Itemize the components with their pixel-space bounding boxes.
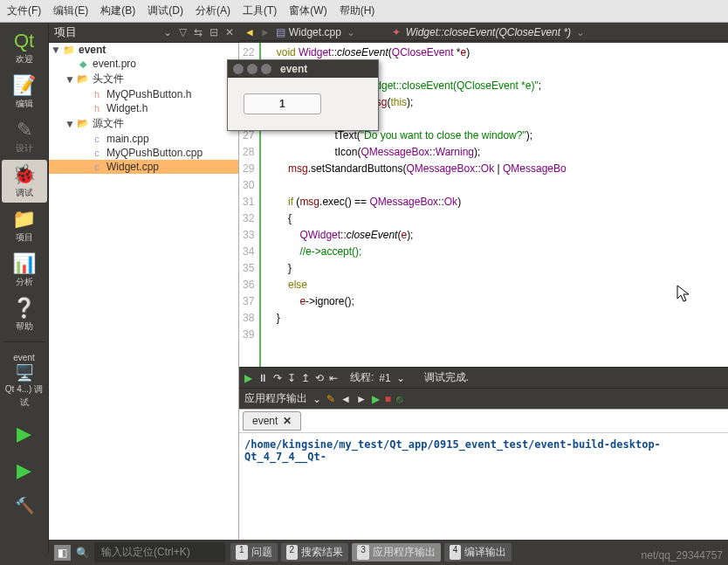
step-into-icon[interactable]: ↧ [287,372,296,384]
locator-input[interactable]: 输入以定位(Ctrl+K) [94,542,225,562]
tree-item[interactable]: ▼📂源文件 [49,115,238,132]
tree-label: MyQPushButton.cpp [106,147,203,159]
tree-label: Widget.h [106,102,148,114]
mode-sidebar: Qt欢迎 📝编辑 ✎设计 🐞调试 📁项目 📊分析 ❔帮助 event🖥️Qt 4… [0,23,49,553]
nav-back-icon[interactable]: ◄ [244,26,255,38]
issues-pane-button[interactable]: 1问题 [230,543,278,562]
tree-label: 头文件 [93,72,124,86]
close-panel-icon[interactable]: ✕ [225,26,234,38]
run-output-icon[interactable]: ▶ [372,393,380,405]
link-icon[interactable]: ⇆ [194,26,203,38]
close-window-icon[interactable] [233,64,244,74]
menu-tools[interactable]: 工具(T) [239,2,280,20]
mode-design[interactable]: ✎设计 [2,115,47,158]
file-type-icon: c [91,162,103,172]
debug-run-button[interactable]: ▶ [2,456,47,486]
play-icon: ▶ [17,423,31,444]
thread-value[interactable]: #1 [379,372,390,384]
mode-project[interactable]: 📁项目 [2,204,47,247]
mode-help[interactable]: ❔帮助 [2,293,47,336]
breadcrumb-file[interactable]: ▤Widget.cpp [276,26,341,38]
play-debug-icon: ▶ [17,459,31,481]
output-title: 应用程序输出 [244,391,307,406]
tree-label: event [79,44,106,56]
issues-pane-button[interactable]: 2搜索结果 [281,543,349,562]
project-panel-title: 项目 [54,24,156,40]
issues-pane-button[interactable]: 4编译输出 [444,543,512,562]
build-button[interactable]: 🔨 [2,493,47,519]
tree-label: event.pro [93,58,136,70]
tree-label: 源文件 [93,116,124,131]
tree-arrow-icon: ▼ [51,44,59,56]
nav-fwd-icon[interactable]: ► [260,26,271,38]
pause-icon[interactable]: ⏸ [258,372,268,384]
file-type-icon: c [91,148,103,158]
menu-analyze[interactable]: 分析(A) [192,2,234,20]
window-titlebar[interactable]: event [228,60,378,78]
menu-bar: 文件(F) 编辑(E) 构建(B) 调试(D) 分析(A) 工具(T) 窗体(W… [0,0,728,23]
tree-item[interactable]: cmain.cpp [49,132,238,146]
running-app-window[interactable]: event 1 [227,59,379,131]
output-tab-event[interactable]: event ✕ [243,411,301,431]
continue-icon[interactable]: ▶ [244,372,252,384]
mode-edit[interactable]: 📝编辑 [2,71,47,114]
button-1[interactable]: 1 [244,93,321,114]
hammer-icon: 🔨 [15,497,34,514]
tree-item[interactable]: ▼📁event [49,43,238,57]
split-icon[interactable]: ⊟ [209,26,218,38]
window-title: event [280,63,307,75]
menu-help[interactable]: 帮助(H) [336,2,379,20]
menu-window[interactable]: 窗体(W) [285,2,330,20]
mouse-cursor-icon [676,285,692,304]
target-selector[interactable]: event🖥️Qt 4...) 调试 [2,348,47,412]
chevron-down-icon[interactable]: ⌄ [396,372,405,384]
toggle-sidebar-icon[interactable]: ◧ [54,545,71,561]
file-icon: ▤ [276,26,285,38]
issues-pane-button[interactable]: 3应用程序输出 [352,543,441,562]
filter-icon[interactable]: ▽ [179,26,187,38]
tree-item[interactable]: hWidget.h [49,101,238,115]
run-button[interactable]: ▶ [2,419,47,449]
menu-file[interactable]: 文件(F) [3,2,45,20]
project-icon: 📁 [2,208,47,231]
debug-status: 调试完成. [424,370,469,385]
next-icon[interactable]: ► [356,393,367,405]
mode-debug[interactable]: 🐞调试 [2,160,47,203]
debug-toolbar: ▶ ⏸ ↷ ↧ ↥ ⟲ ⇤ 线程: #1 ⌄ 调试完成. [239,367,728,388]
chevron-down-icon[interactable]: ⌄ [312,393,321,405]
file-type-icon: 📂 [77,73,89,85]
attach-icon[interactable]: ⎋ [396,393,402,405]
chevron-down-icon: ⌄ [347,26,355,38]
mode-welcome[interactable]: Qt欢迎 [2,26,47,69]
project-tree[interactable]: ▼📁event◆event.pro▼📂头文件hMyQPushButton.hhW… [49,43,239,553]
tree-item[interactable]: ◆event.pro [49,57,238,71]
tree-label: Widget.cpp [106,161,159,173]
restart-icon[interactable]: ⟲ [315,372,324,384]
menu-debug[interactable]: 调试(D) [144,2,187,20]
file-type-icon: h [91,89,103,100]
prev-icon[interactable]: ◄ [340,393,351,405]
tree-item[interactable]: hMyQPushButton.h [49,87,238,101]
back-icon[interactable]: ⇤ [329,372,338,384]
clear-icon[interactable]: ✎ [326,393,335,405]
step-out-icon[interactable]: ↥ [301,372,310,384]
stop-icon[interactable]: ■ [385,393,391,405]
chevron-down-icon[interactable]: ⌄ [163,26,172,38]
minimize-window-icon[interactable] [247,64,258,74]
watermark: net/qq_29344757 [642,549,723,562]
tree-item[interactable]: cMyQPushButton.cpp [49,146,238,160]
close-icon[interactable]: ✕ [283,415,292,427]
menu-build[interactable]: 构建(B) [97,2,139,20]
file-type-icon: 📂 [77,118,89,129]
tree-item[interactable]: ▼📂头文件 [49,71,238,87]
step-over-icon[interactable]: ↷ [273,372,282,384]
tree-item[interactable]: cWidget.cpp [49,160,238,174]
file-type-icon: 📁 [63,45,75,56]
help-icon: ❔ [2,297,47,320]
mode-analyze[interactable]: 📊分析 [2,249,47,292]
maximize-window-icon[interactable] [261,64,271,74]
design-icon: ✎ [2,119,47,141]
breadcrumb-function[interactable]: Widget::closeEvent(QCloseEvent *) [406,26,571,38]
menu-edit[interactable]: 编辑(E) [50,2,92,20]
output-content[interactable]: /home/kingsine/my_test/Qt_app/0915_event… [239,433,728,553]
